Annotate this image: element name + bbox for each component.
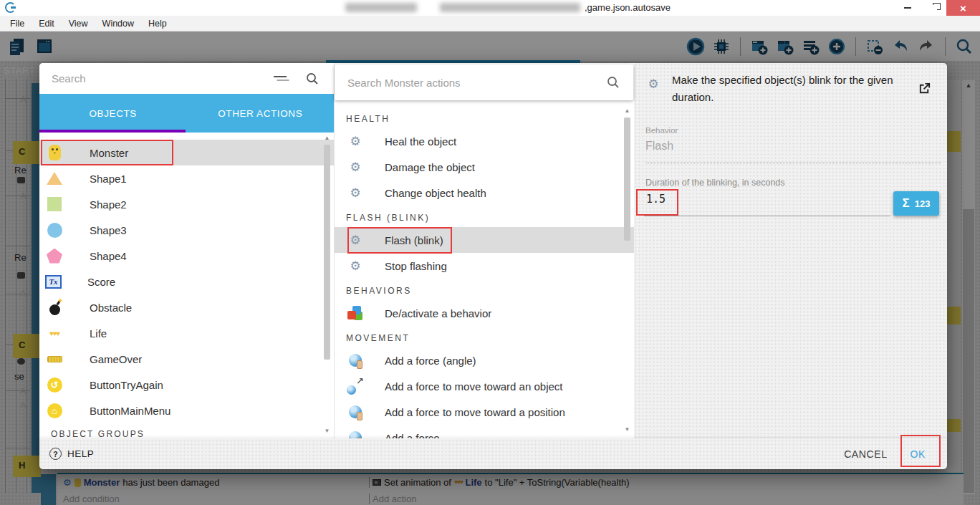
menu-bar: FileEditViewWindowHelp (0, 16, 980, 32)
title-bar: ,game.json.autosave × (0, 0, 980, 16)
actions-panel: HEALTH⚙Heal the object⚙Damage the object… (335, 63, 634, 438)
object-row-gameover[interactable]: GameOver (39, 346, 334, 372)
object-search-bar (39, 63, 334, 94)
minimize-icon (904, 7, 911, 9)
gear-icon: ⚙ (346, 183, 365, 202)
scroll-up-icon[interactable]: ▲ (323, 135, 331, 141)
action-editor-dialog: OBJECTSOTHER ACTIONS MonsterShape1Shape2… (39, 63, 947, 469)
force-icon (346, 403, 365, 421)
close-button[interactable]: × (946, 0, 980, 16)
pentagon-icon (45, 246, 64, 265)
action-row-heal-the-object[interactable]: ⚙Heal the object (335, 128, 634, 154)
behavior-icon (346, 304, 365, 322)
section-header: FLASH (BLINK) (335, 206, 634, 227)
gameover-icon (45, 350, 64, 368)
behavior-field: Behavior Flash (645, 126, 941, 163)
expression-editor-button[interactable]: Σ 123 (893, 191, 939, 216)
scrollbar-thumb[interactable] (324, 145, 330, 360)
section-header: HEALTH (335, 107, 634, 128)
duration-underline (644, 216, 890, 216)
action-search-bar (335, 64, 633, 100)
minimize-button[interactable] (895, 0, 921, 16)
object-groups-header: OBJECT GROUPS (39, 423, 334, 438)
action-row-add-a-force-angle-[interactable]: Add a force (angle) (335, 347, 634, 373)
behavior-label: Behavior (645, 126, 941, 135)
dialog-footer: HELP CANCEL OK (39, 438, 947, 469)
action-row-add-a-force-to-move-toward-a-position[interactable]: Add a force to move toward a position (335, 399, 634, 425)
object-row-obstacle[interactable]: Obstacle (39, 294, 334, 320)
tab-other-actions[interactable]: OTHER ACTIONS (187, 94, 335, 133)
action-description: Make the specified object(s) blink for t… (672, 72, 910, 106)
object-tabs: OBJECTSOTHER ACTIONS (39, 94, 334, 133)
object-row-buttonmainmenu[interactable]: ⌂ButtonMainMenu (39, 398, 334, 423)
filter-icon[interactable] (274, 74, 287, 84)
action-row-add-a-force-to-move-toward-an-object[interactable]: ↗Add a force to move toward an object (335, 373, 634, 399)
blurred-title-segment (345, 3, 417, 12)
object-row-monster[interactable]: Monster (39, 140, 334, 165)
restore-button[interactable] (921, 0, 946, 16)
bomb-icon (45, 298, 64, 317)
objects-panel: OBJECTSOTHER ACTIONS MonsterShape1Shape2… (39, 63, 335, 438)
gear-icon: ⚙ (346, 231, 365, 249)
scroll-down-icon[interactable]: ▼ (323, 428, 331, 434)
duration-input[interactable]: 1.5 (646, 193, 666, 206)
menu-window[interactable]: Window (95, 17, 141, 30)
action-row-de-activate-a-behavior[interactable]: De/activate a behavior (335, 300, 634, 326)
object-row-shape2[interactable]: Shape2 (39, 191, 334, 217)
gear-icon: ⚙ (346, 256, 365, 275)
circle-icon (45, 221, 64, 239)
object-list-scrollbar[interactable]: ▲ ▼ (323, 135, 331, 434)
action-row-add-a-force[interactable]: Add a force (335, 425, 634, 438)
search-icon (606, 75, 620, 90)
scroll-down-icon[interactable]: ▼ (623, 426, 631, 433)
object-row-shape1[interactable]: Shape1 (39, 165, 334, 191)
gear-icon: ⚙ (644, 74, 663, 93)
square-icon (45, 195, 64, 213)
behavior-value: Flash (645, 140, 941, 153)
action-search-input[interactable] (347, 77, 606, 89)
home-icon: ⌂ (45, 401, 64, 420)
action-row-damage-the-object[interactable]: ⚙Damage the object (335, 154, 634, 180)
help-icon (49, 448, 62, 460)
hearts-icon: ♥♥♥ (45, 324, 64, 342)
text-icon: Tx (45, 275, 62, 289)
object-row-shape3[interactable]: Shape3 (39, 217, 334, 243)
cancel-button[interactable]: CANCEL (832, 443, 898, 466)
action-row-stop-flashing[interactable]: ⚙Stop flashing (335, 253, 634, 279)
gear-icon: ⚙ (346, 158, 365, 176)
sigma-icon: Σ (903, 196, 910, 211)
object-row-score[interactable]: TxScore (39, 269, 334, 294)
open-help-external-icon[interactable] (918, 82, 931, 95)
menu-view[interactable]: View (62, 17, 95, 30)
window-title: ,game.json.autosave (585, 2, 671, 13)
monster-icon (45, 143, 64, 162)
gear-icon: ⚙ (346, 132, 365, 150)
menu-file[interactable]: File (3, 17, 32, 30)
object-row-life[interactable]: ♥♥♥Life (39, 320, 334, 346)
section-header: MOVEMENT (335, 326, 634, 347)
app-window: ,game.json.autosave × FileEditViewWindow… (0, 0, 980, 505)
blurred-title-segment (440, 3, 580, 12)
force-icon (346, 351, 365, 370)
menu-edit[interactable]: Edit (32, 17, 62, 30)
search-icon (305, 72, 320, 86)
menu-help[interactable]: Help (141, 17, 174, 30)
ok-button[interactable]: OK (899, 443, 937, 466)
force-toward-object-icon: ↗ (346, 377, 365, 395)
action-list-scrollbar[interactable]: ▲ ▼ (623, 107, 631, 433)
object-search-input[interactable] (52, 72, 274, 85)
help-button[interactable]: HELP (49, 448, 94, 460)
duration-label: Duration of the blinking, in seconds (645, 178, 785, 188)
scrollbar-thumb[interactable] (624, 117, 630, 241)
action-row-flash-blink-[interactable]: ⚙Flash (blink) (335, 227, 634, 253)
gdevelop-logo-icon (5, 2, 16, 13)
action-list: HEALTH⚙Heal the object⚙Damage the object… (335, 101, 634, 438)
object-row-shape4[interactable]: Shape4 (39, 243, 334, 269)
force-icon (346, 428, 365, 438)
scroll-up-icon[interactable]: ▲ (623, 107, 631, 114)
tab-objects[interactable]: OBJECTS (39, 94, 187, 133)
object-row-buttontryagain[interactable]: ↺ButtonTryAgain (39, 372, 334, 398)
action-row-change-object-health[interactable]: ⚙Change object health (335, 180, 634, 206)
action-details-panel: ⚙ Make the specified object(s) blink for… (634, 63, 947, 438)
section-header: BEHAVIORS (335, 279, 634, 300)
